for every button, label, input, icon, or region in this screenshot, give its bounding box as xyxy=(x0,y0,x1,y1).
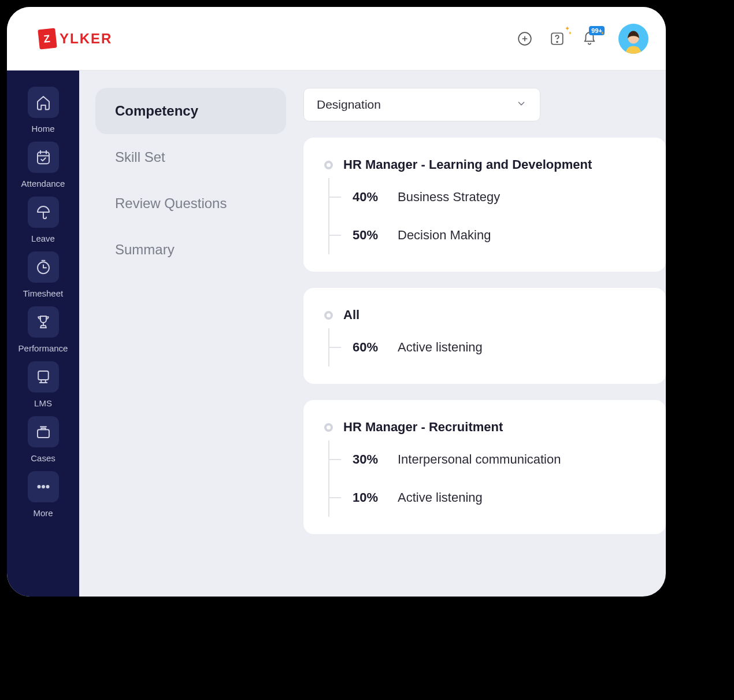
sidebar-item-label: Timesheet xyxy=(23,288,63,298)
competency-label: Active listening xyxy=(398,490,483,505)
main-column: Designation HR Manager - Learning and De… xyxy=(303,88,666,597)
notification-badge: 99+ xyxy=(589,26,605,35)
card-title: HR Manager - Learning and Development xyxy=(343,157,592,172)
tab-skill-set[interactable]: Skill Set xyxy=(95,134,286,180)
header: Z YLKER 99+ xyxy=(7,7,666,71)
brand-text: YLKER xyxy=(60,31,112,47)
tab-summary[interactable]: Summary xyxy=(95,227,286,273)
sidebar-item-label: Attendance xyxy=(21,179,65,188)
sidebar-item-home[interactable]: Home xyxy=(7,87,79,134)
svg-point-22 xyxy=(38,486,40,488)
competency-row: 40% Business Strategy xyxy=(329,178,645,216)
sidebar-item-lms[interactable]: LMS xyxy=(7,361,79,408)
sidebar-item-label: More xyxy=(33,508,53,518)
brand-logo-box: Z xyxy=(38,28,57,49)
more-icon xyxy=(28,471,59,502)
tab-review-questions[interactable]: Review Questions xyxy=(95,180,286,227)
home-icon xyxy=(28,87,59,118)
sidebar-item-more[interactable]: More xyxy=(7,471,79,518)
sidebar-item-label: Leave xyxy=(31,234,55,243)
competency-pct: 40% xyxy=(353,190,398,205)
competency-card: HR Manager - Learning and Development 40… xyxy=(303,138,666,272)
chevron-down-icon xyxy=(516,98,527,112)
bullet-icon xyxy=(324,311,333,320)
svg-point-4 xyxy=(557,41,558,42)
content: Competency Skill Set Review Questions Su… xyxy=(79,71,666,597)
competency-row: 60% Active listening xyxy=(329,328,645,366)
competency-row: 30% Interpersonal communication xyxy=(329,440,645,479)
bullet-icon xyxy=(324,423,333,432)
competency-label: Decision Making xyxy=(398,228,491,243)
competency-row: 50% Decision Making xyxy=(329,216,645,254)
svg-point-24 xyxy=(46,486,49,488)
umbrella-icon xyxy=(28,197,59,228)
svg-point-23 xyxy=(42,486,45,488)
sidebar-item-label: Performance xyxy=(18,343,68,353)
sidebar-item-label: LMS xyxy=(34,398,52,408)
app-window: Z YLKER 99+ xyxy=(7,7,666,597)
avatar[interactable] xyxy=(618,24,648,54)
card-header: All xyxy=(324,308,645,323)
designation-select[interactable]: Designation xyxy=(303,88,540,121)
competency-pct: 60% xyxy=(353,340,398,355)
sidebar-item-performance[interactable]: Performance xyxy=(7,306,79,353)
select-value: Designation xyxy=(317,98,381,112)
competency-label: Interpersonal communication xyxy=(398,452,561,467)
competency-label: Business Strategy xyxy=(398,190,500,205)
stopwatch-icon xyxy=(28,251,59,283)
tab-competency[interactable]: Competency xyxy=(95,88,286,134)
sidebar-item-label: Home xyxy=(31,124,54,134)
sidebar-item-attendance[interactable]: Attendance xyxy=(7,142,79,188)
card-title: HR Manager - Recruitment xyxy=(343,420,503,435)
briefcase-icon xyxy=(28,416,59,447)
competency-label: Active listening xyxy=(398,340,483,355)
sidebar-item-leave[interactable]: Leave xyxy=(7,197,79,243)
trophy-icon xyxy=(28,306,59,338)
card-header: HR Manager - Recruitment xyxy=(324,420,645,435)
help-icon[interactable] xyxy=(548,29,566,48)
bullet-icon xyxy=(324,161,333,169)
calendar-check-icon xyxy=(28,142,59,173)
add-icon[interactable] xyxy=(516,29,534,48)
header-actions: 99+ xyxy=(516,24,648,54)
sidebar: Home Attendance Leave Timesheet Performa… xyxy=(7,71,79,597)
competency-pct: 30% xyxy=(353,452,398,467)
tabs-column: Competency Skill Set Review Questions Su… xyxy=(95,88,286,597)
competency-card: All 60% Active listening xyxy=(303,288,666,384)
svg-rect-16 xyxy=(38,371,49,380)
svg-rect-20 xyxy=(38,429,49,438)
competency-card: HR Manager - Recruitment 30% Interperson… xyxy=(303,400,666,534)
sidebar-item-timesheet[interactable]: Timesheet xyxy=(7,251,79,298)
presentation-icon xyxy=(28,361,59,392)
competency-pct: 50% xyxy=(353,228,398,243)
competency-pct: 10% xyxy=(353,490,398,505)
card-header: HR Manager - Learning and Development xyxy=(324,157,645,172)
sidebar-item-cases[interactable]: Cases xyxy=(7,416,79,463)
notifications-icon[interactable]: 99+ xyxy=(580,29,599,48)
brand-logo: Z YLKER xyxy=(39,29,112,49)
competency-row: 10% Active listening xyxy=(329,479,645,517)
sidebar-item-label: Cases xyxy=(31,453,55,463)
svg-rect-6 xyxy=(38,152,49,164)
card-title: All xyxy=(343,308,359,323)
